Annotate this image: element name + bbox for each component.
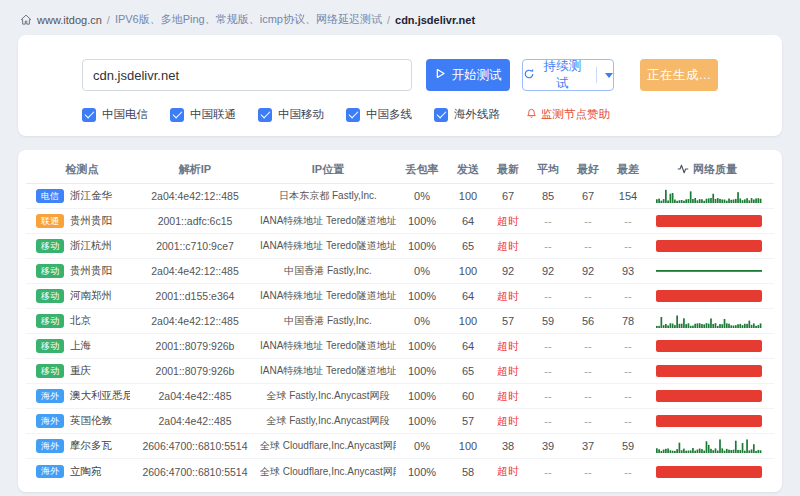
table-row: 海外摩尔多瓦2606:4700::6810:5514全球 Cloudflare,… bbox=[26, 434, 774, 459]
header-worst: 最差 bbox=[608, 162, 648, 177]
cell-average: -- bbox=[528, 240, 568, 252]
cell-network-quality bbox=[648, 415, 766, 427]
play-icon bbox=[435, 68, 446, 82]
cell-resolved-ip: 2606:4700::6810:5514 bbox=[130, 466, 260, 478]
header-ip-loc: IP位置 bbox=[260, 162, 396, 177]
cell-average: -- bbox=[528, 365, 568, 377]
sponsor-label: 监测节点赞助 bbox=[541, 107, 610, 122]
toolbar-row: 开始测试 持续测试 正在生成... bbox=[82, 59, 718, 91]
cell-sent: 65 bbox=[448, 240, 488, 252]
cell-node: 海外英国伦敦 bbox=[34, 414, 130, 428]
cell-network-quality bbox=[648, 390, 766, 402]
cell-best: -- bbox=[568, 390, 608, 402]
continuous-dropdown[interactable] bbox=[596, 67, 613, 83]
cell-best: -- bbox=[568, 240, 608, 252]
filter-label: 中国电信 bbox=[102, 107, 148, 122]
table-row: 移动贵州贵阳2a04:4e42:12::485中国香港 Fastly,Inc.0… bbox=[26, 259, 774, 284]
filter-china-multiline[interactable]: 中国多线 bbox=[346, 107, 412, 122]
timeout-bar bbox=[656, 390, 762, 402]
cell-ip-location: IANA特殊地址 Teredo隧道地址 bbox=[260, 289, 396, 303]
cell-node: 移动上海 bbox=[34, 339, 130, 353]
filter-label: 海外线路 bbox=[454, 107, 500, 122]
cell-worst: -- bbox=[608, 290, 648, 302]
cell-loss-rate: 100% bbox=[396, 390, 448, 402]
table-row: 海外立陶宛2606:4700::6810:5514全球 Cloudflare,I… bbox=[26, 459, 774, 484]
node-location: 英国伦敦 bbox=[70, 414, 112, 428]
cell-latest: 57 bbox=[488, 315, 528, 327]
cell-network-quality bbox=[648, 365, 766, 377]
checkbox-checked-icon bbox=[346, 108, 360, 122]
node-location: 贵州贵阳 bbox=[70, 264, 112, 278]
start-test-button[interactable]: 开始测试 bbox=[426, 59, 509, 91]
cell-ip-location: 中国香港 Fastly,Inc. bbox=[260, 264, 396, 278]
cell-best: -- bbox=[568, 290, 608, 302]
cell-best: 56 bbox=[568, 315, 608, 327]
filter-label: 中国多线 bbox=[366, 107, 412, 122]
cell-worst: 59 bbox=[608, 440, 648, 452]
cell-worst: -- bbox=[608, 215, 648, 227]
cell-worst: -- bbox=[608, 390, 648, 402]
cell-ip-location: 全球 Fastly,Inc.Anycast网段 bbox=[260, 414, 396, 428]
cell-best: -- bbox=[568, 466, 608, 478]
cell-loss-rate: 100% bbox=[396, 290, 448, 302]
latency-sparkline bbox=[656, 264, 762, 278]
cell-network-quality bbox=[648, 189, 766, 203]
filter-china-mobile[interactable]: 中国移动 bbox=[258, 107, 324, 122]
cell-ip-location: 全球 Cloudflare,Inc.Anycast网段 bbox=[260, 439, 396, 453]
isp-badge: 联通 bbox=[36, 214, 64, 228]
checkbox-checked-icon bbox=[434, 108, 448, 122]
host-input[interactable] bbox=[82, 59, 412, 91]
cell-resolved-ip: 2a04:4e42::485 bbox=[130, 415, 260, 427]
filter-china-telecom[interactable]: 中国电信 bbox=[82, 107, 148, 122]
table-row: 移动河南郑州2001::d155:e364IANA特殊地址 Teredo隧道地址… bbox=[26, 284, 774, 309]
activity-icon bbox=[677, 163, 689, 177]
chevron-down-icon bbox=[605, 73, 613, 78]
filter-overseas[interactable]: 海外线路 bbox=[434, 107, 500, 122]
breadcrumb-separator: / bbox=[387, 14, 390, 26]
breadcrumb-site[interactable]: www.itdog.cn bbox=[37, 14, 102, 26]
line-filters: 中国电信 中国联通 中国移动 中国多线 海外线路 bbox=[82, 107, 718, 122]
cell-best: -- bbox=[568, 415, 608, 427]
isp-badge: 移动 bbox=[36, 364, 64, 378]
cell-sent: 64 bbox=[448, 340, 488, 352]
isp-badge: 移动 bbox=[36, 239, 64, 253]
header-quality: 网络质量 bbox=[648, 162, 766, 177]
cell-loss-rate: 100% bbox=[396, 340, 448, 352]
cell-node: 海外摩尔多瓦 bbox=[34, 439, 130, 453]
cell-network-quality bbox=[648, 314, 766, 328]
cell-network-quality bbox=[648, 466, 766, 478]
cell-sent: 58 bbox=[448, 466, 488, 478]
table-row: 移动上海2001::8079:926bIANA特殊地址 Teredo隧道地址10… bbox=[26, 334, 774, 359]
cell-average: 39 bbox=[528, 440, 568, 452]
cell-latest: 超时 bbox=[488, 364, 528, 379]
cell-node: 移动重庆 bbox=[34, 364, 130, 378]
node-location: 贵州贵阳 bbox=[70, 214, 112, 228]
checkbox-checked-icon bbox=[82, 108, 96, 122]
test-toolbar-card: 开始测试 持续测试 正在生成... 中国电信 中国联通 中国 bbox=[18, 35, 782, 136]
cell-resolved-ip: 2001::adfc:6c15 bbox=[130, 215, 260, 227]
filter-china-unicom[interactable]: 中国联通 bbox=[170, 107, 236, 122]
isp-badge: 电信 bbox=[36, 189, 64, 203]
node-location: 浙江金华 bbox=[70, 189, 112, 203]
filter-label: 中国联通 bbox=[190, 107, 236, 122]
latency-sparkline bbox=[656, 314, 762, 328]
breadcrumb-section[interactable]: IPV6版、多地Ping、常规版、icmp协议、网络延迟测试 bbox=[115, 12, 382, 27]
cell-node: 海外立陶宛 bbox=[34, 465, 130, 479]
cell-best: 67 bbox=[568, 190, 608, 202]
isp-badge: 海外 bbox=[36, 414, 64, 428]
header-sent: 发送 bbox=[448, 162, 488, 177]
generating-button[interactable]: 正在生成... bbox=[640, 59, 718, 91]
cell-best: 92 bbox=[568, 265, 608, 277]
cell-loss-rate: 100% bbox=[396, 240, 448, 252]
cell-average: -- bbox=[528, 390, 568, 402]
cell-loss-rate: 100% bbox=[396, 466, 448, 478]
table-row: 移动重庆2001::8079:926bIANA特殊地址 Teredo隧道地址10… bbox=[26, 359, 774, 384]
timeout-bar bbox=[656, 415, 762, 427]
cell-resolved-ip: 2001::d155:e364 bbox=[130, 290, 260, 302]
cell-latest: 超时 bbox=[488, 214, 528, 229]
cell-ip-location: IANA特殊地址 Teredo隧道地址 bbox=[260, 214, 396, 228]
cell-average: -- bbox=[528, 290, 568, 302]
sponsor-link[interactable]: 监测节点赞助 bbox=[526, 107, 610, 122]
continuous-test-button[interactable]: 持续测试 bbox=[522, 59, 614, 91]
table-row: 移动浙江杭州2001::c710:9ce7IANA特殊地址 Teredo隧道地址… bbox=[26, 234, 774, 259]
